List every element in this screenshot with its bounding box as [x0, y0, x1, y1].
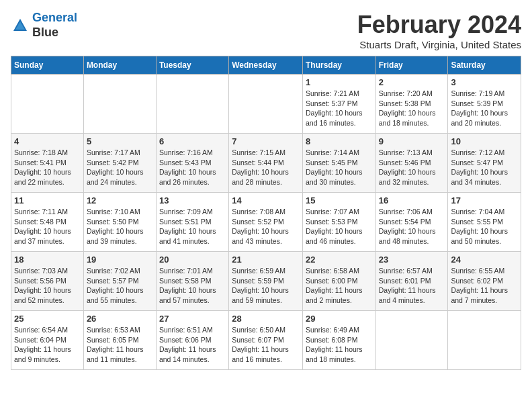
calendar-table: Sunday Monday Tuesday Wednesday Thursday…: [11, 56, 521, 370]
day-info: Sunrise: 7:19 AM Sunset: 5:39 PM Dayligh…: [451, 89, 518, 128]
calendar-cell: 26Sunrise: 6:53 AM Sunset: 6:05 PM Dayli…: [83, 311, 156, 370]
day-info: Sunrise: 7:17 AM Sunset: 5:42 PM Dayligh…: [87, 148, 153, 187]
calendar-cell: 4Sunrise: 7:18 AM Sunset: 5:41 PM Daylig…: [11, 134, 84, 193]
day-info: Sunrise: 7:21 AM Sunset: 5:37 PM Dayligh…: [306, 89, 373, 128]
day-number: 24: [451, 255, 518, 265]
calendar-cell: 11Sunrise: 7:11 AM Sunset: 5:48 PM Dayli…: [11, 193, 84, 252]
calendar-cell: 5Sunrise: 7:17 AM Sunset: 5:42 PM Daylig…: [83, 134, 156, 193]
calendar-cell: 29Sunrise: 6:49 AM Sunset: 6:08 PM Dayli…: [302, 311, 375, 370]
calendar-cell: 10Sunrise: 7:12 AM Sunset: 5:47 PM Dayli…: [448, 134, 521, 193]
calendar-cell: [375, 311, 448, 370]
calendar-cell: 20Sunrise: 7:01 AM Sunset: 5:58 PM Dayli…: [156, 252, 228, 311]
calendar-cell: 9Sunrise: 7:13 AM Sunset: 5:46 PM Daylig…: [375, 134, 448, 193]
day-number: 14: [232, 195, 300, 205]
day-number: 11: [14, 195, 81, 205]
day-number: 19: [87, 255, 153, 265]
header-thursday: Thursday: [302, 56, 375, 75]
day-info: Sunrise: 7:12 AM Sunset: 5:47 PM Dayligh…: [451, 148, 518, 187]
calendar-cell: 3Sunrise: 7:19 AM Sunset: 5:39 PM Daylig…: [448, 75, 521, 134]
day-info: Sunrise: 6:50 AM Sunset: 6:07 PM Dayligh…: [232, 325, 300, 365]
day-number: 23: [379, 255, 445, 265]
day-info: Sunrise: 6:53 AM Sunset: 6:05 PM Dayligh…: [87, 325, 153, 365]
day-number: 20: [159, 255, 226, 265]
day-number: 28: [232, 314, 300, 324]
header-monday: Monday: [83, 56, 156, 75]
day-number: 10: [451, 136, 518, 146]
calendar-cell: 19Sunrise: 7:02 AM Sunset: 5:57 PM Dayli…: [83, 252, 156, 311]
calendar-body: 1Sunrise: 7:21 AM Sunset: 5:37 PM Daylig…: [11, 75, 521, 370]
logo-text-line1: General: [32, 11, 77, 26]
header-sunday: Sunday: [11, 56, 84, 75]
day-number: 17: [451, 195, 518, 205]
day-number: 3: [451, 77, 518, 87]
day-number: 21: [232, 255, 300, 265]
calendar-cell: 21Sunrise: 6:59 AM Sunset: 5:59 PM Dayli…: [229, 252, 303, 311]
header: General Blue February 2024 Stuarts Draft…: [11, 11, 521, 50]
calendar-week-row: 11Sunrise: 7:11 AM Sunset: 5:48 PM Dayli…: [11, 193, 521, 252]
calendar-cell: 8Sunrise: 7:14 AM Sunset: 5:45 PM Daylig…: [302, 134, 375, 193]
day-info: Sunrise: 7:06 AM Sunset: 5:54 PM Dayligh…: [379, 207, 445, 246]
day-info: Sunrise: 7:02 AM Sunset: 5:57 PM Dayligh…: [87, 266, 153, 306]
logo-text-line2: Blue: [32, 26, 77, 40]
calendar-cell: 12Sunrise: 7:10 AM Sunset: 5:50 PM Dayli…: [83, 193, 156, 252]
calendar-cell: 28Sunrise: 6:50 AM Sunset: 6:07 PM Dayli…: [229, 311, 303, 370]
day-number: 29: [306, 314, 373, 324]
header-wednesday: Wednesday: [229, 56, 303, 75]
day-info: Sunrise: 6:51 AM Sunset: 6:06 PM Dayligh…: [159, 325, 226, 365]
day-info: Sunrise: 7:07 AM Sunset: 5:53 PM Dayligh…: [306, 207, 373, 246]
day-number: 18: [14, 255, 81, 265]
logo: General Blue: [11, 11, 77, 40]
day-info: Sunrise: 6:59 AM Sunset: 5:59 PM Dayligh…: [232, 266, 300, 306]
calendar-cell: [448, 311, 521, 370]
month-title: February 2024: [357, 11, 521, 39]
day-info: Sunrise: 7:20 AM Sunset: 5:38 PM Dayligh…: [379, 89, 445, 128]
calendar-week-row: 18Sunrise: 7:03 AM Sunset: 5:56 PM Dayli…: [11, 252, 521, 311]
day-info: Sunrise: 7:03 AM Sunset: 5:56 PM Dayligh…: [14, 266, 81, 306]
day-info: Sunrise: 7:13 AM Sunset: 5:46 PM Dayligh…: [379, 148, 445, 187]
day-number: 1: [306, 77, 373, 87]
day-number: 6: [159, 136, 226, 146]
day-info: Sunrise: 7:10 AM Sunset: 5:50 PM Dayligh…: [87, 207, 153, 246]
day-info: Sunrise: 7:01 AM Sunset: 5:58 PM Dayligh…: [159, 266, 226, 306]
day-info: Sunrise: 7:18 AM Sunset: 5:41 PM Dayligh…: [14, 148, 81, 187]
day-info: Sunrise: 6:49 AM Sunset: 6:08 PM Dayligh…: [306, 325, 373, 365]
day-info: Sunrise: 6:55 AM Sunset: 6:02 PM Dayligh…: [451, 266, 518, 306]
calendar-cell: [229, 75, 303, 134]
calendar-cell: [11, 75, 84, 134]
day-info: Sunrise: 7:09 AM Sunset: 5:51 PM Dayligh…: [159, 207, 226, 246]
calendar-cell: [156, 75, 228, 134]
calendar-cell: 14Sunrise: 7:08 AM Sunset: 5:52 PM Dayli…: [229, 193, 303, 252]
calendar-cell: 6Sunrise: 7:16 AM Sunset: 5:43 PM Daylig…: [156, 134, 228, 193]
day-number: 15: [306, 195, 373, 205]
day-info: Sunrise: 7:15 AM Sunset: 5:44 PM Dayligh…: [232, 148, 300, 187]
day-number: 26: [87, 314, 153, 324]
title-area: February 2024 Stuarts Draft, Virginia, U…: [357, 11, 521, 50]
calendar-cell: 27Sunrise: 6:51 AM Sunset: 6:06 PM Dayli…: [156, 311, 228, 370]
day-number: 13: [159, 195, 226, 205]
day-info: Sunrise: 6:54 AM Sunset: 6:04 PM Dayligh…: [14, 325, 81, 365]
header-saturday: Saturday: [448, 56, 521, 75]
calendar-cell: 24Sunrise: 6:55 AM Sunset: 6:02 PM Dayli…: [448, 252, 521, 311]
day-info: Sunrise: 7:14 AM Sunset: 5:45 PM Dayligh…: [306, 148, 373, 187]
calendar-cell: 15Sunrise: 7:07 AM Sunset: 5:53 PM Dayli…: [302, 193, 375, 252]
day-number: 5: [87, 136, 153, 146]
day-number: 12: [87, 195, 153, 205]
logo-icon: [11, 16, 30, 35]
calendar-cell: 23Sunrise: 6:57 AM Sunset: 6:01 PM Dayli…: [375, 252, 448, 311]
calendar-cell: [83, 75, 156, 134]
day-number: 27: [159, 314, 226, 324]
day-number: 9: [379, 136, 445, 146]
day-number: 2: [379, 77, 445, 87]
calendar-cell: 17Sunrise: 7:04 AM Sunset: 5:55 PM Dayli…: [448, 193, 521, 252]
calendar-cell: 18Sunrise: 7:03 AM Sunset: 5:56 PM Dayli…: [11, 252, 84, 311]
day-info: Sunrise: 7:16 AM Sunset: 5:43 PM Dayligh…: [159, 148, 226, 187]
calendar-cell: 7Sunrise: 7:15 AM Sunset: 5:44 PM Daylig…: [229, 134, 303, 193]
day-number: 4: [14, 136, 81, 146]
day-info: Sunrise: 6:57 AM Sunset: 6:01 PM Dayligh…: [379, 266, 445, 306]
calendar-cell: 2Sunrise: 7:20 AM Sunset: 5:38 PM Daylig…: [375, 75, 448, 134]
calendar-cell: 1Sunrise: 7:21 AM Sunset: 5:37 PM Daylig…: [302, 75, 375, 134]
day-number: 7: [232, 136, 300, 146]
day-info: Sunrise: 6:58 AM Sunset: 6:00 PM Dayligh…: [306, 266, 373, 306]
day-info: Sunrise: 7:04 AM Sunset: 5:55 PM Dayligh…: [451, 207, 518, 246]
day-number: 25: [14, 314, 81, 324]
